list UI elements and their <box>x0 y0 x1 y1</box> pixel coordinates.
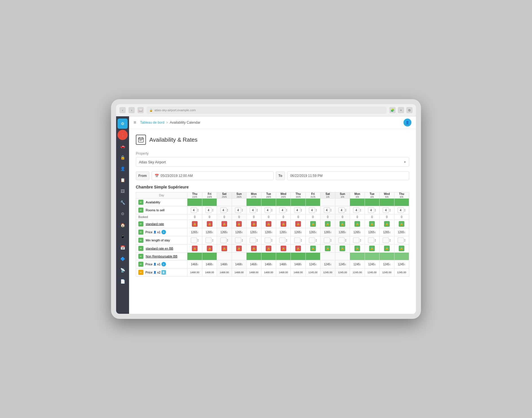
srbb-lock-4[interactable]: 🔒 <box>251 246 257 251</box>
srbb-lock-12[interactable]: 🔒 <box>369 246 375 251</box>
p2-10: 1245↕ <box>335 260 350 268</box>
sidebar-item-calendar[interactable]: 📅 <box>118 243 128 253</box>
sidebar-item-home[interactable]: 🏠 <box>118 220 128 230</box>
p1-13: 1265↕ <box>380 228 394 236</box>
sidebar-item-reports[interactable]: 📋 <box>118 175 128 185</box>
srbb-lock-13[interactable]: 🔒 <box>384 246 390 251</box>
address-bar[interactable]: 🔒 atlas-sky-airport.example.com <box>147 106 387 114</box>
ms-12: ▲▼ <box>365 236 379 244</box>
srbb-lock-7[interactable]: 🔒 <box>295 246 301 251</box>
rooms-cell-14: 4▲▼ <box>394 206 409 214</box>
lock-icon-8[interactable]: 🔒 <box>310 221 316 227</box>
rooms-edit-btn[interactable]: ✏ <box>138 208 143 213</box>
price1-add-btn[interactable]: + <box>161 230 166 234</box>
standard-rate-label-text[interactable]: standard rate <box>146 222 164 226</box>
user-avatar[interactable]: 👤 <box>404 119 411 126</box>
extensions-button[interactable]: 🧩 <box>389 107 396 113</box>
lock-icon-11[interactable]: 🔒 <box>354 221 360 227</box>
back-button[interactable]: ‹ <box>119 107 126 113</box>
lock-icon-7[interactable]: 🔒 <box>295 221 301 227</box>
avail-8 <box>305 199 320 206</box>
from-date-value: 05/23/2019 12:00 AM <box>161 174 193 178</box>
nr-1 <box>202 253 217 260</box>
sr-bb-label-text[interactable]: standard rate en BB <box>146 247 173 250</box>
srbb-lock-6[interactable]: 🔒 <box>281 246 286 251</box>
to-date-value: 06/22/2019 11:59 PM <box>290 174 323 178</box>
p1-12: 1265↕ <box>365 228 379 236</box>
rooms-cell-5: 4▲▼ <box>261 206 276 214</box>
lock-icon-6[interactable]: 🔒 <box>281 221 286 227</box>
non-remb-edit-btn[interactable]: ✏ <box>138 254 143 259</box>
breadcrumb-home-link[interactable]: Tableau de bord <box>140 121 164 124</box>
sidebar-item-signal[interactable]: 📡 <box>118 265 128 275</box>
srbb-lock-11[interactable]: 🔒 <box>354 246 360 251</box>
sr-1: 🔒 <box>202 220 217 228</box>
property-section: Property Atlas Sky Airport <box>136 152 409 167</box>
srbb-lock-14[interactable]: 🔒 <box>399 246 404 251</box>
sidebar-item-gallery[interactable]: 🖼 <box>118 186 128 196</box>
srbb-lock-3[interactable]: 🔒 <box>236 246 242 251</box>
bookmarks-icon[interactable]: 📖 <box>138 107 144 113</box>
lock-icon-14[interactable]: 🔒 <box>399 221 404 227</box>
srbb-lock-0[interactable]: 🔒 <box>192 246 198 251</box>
avail-12 <box>365 199 379 206</box>
srbb-lock-9[interactable]: 🔒 <box>325 246 331 251</box>
lock-icon-0[interactable]: 🔒 <box>192 221 198 227</box>
p2-5: 1468↕ <box>261 260 276 268</box>
sidebar-item-mobile[interactable]: 📱 <box>118 231 128 241</box>
sidebar-item-tools[interactable]: 🔧 <box>118 197 128 208</box>
lock-icon-4[interactable]: 🔒 <box>251 221 257 227</box>
tabs-button[interactable]: ⧉ <box>406 107 413 113</box>
availability-row: ✏ Availability <box>136 199 409 206</box>
sidebar-item-settings[interactable]: ⚙ <box>118 119 128 129</box>
new-tab-button[interactable]: + <box>398 107 404 113</box>
sidebar-item-security[interactable]: 🔒 <box>118 152 128 163</box>
p1-9: 1265↕ <box>320 228 335 236</box>
srbb-lock-1[interactable]: 🔒 <box>207 246 212 251</box>
sidebar-item-config[interactable]: ⚙ <box>118 209 128 219</box>
lock-icon-1[interactable]: 🔒 <box>207 221 212 227</box>
property-label: Property <box>136 152 409 155</box>
avail-11 <box>350 199 365 206</box>
srbb-lock-10[interactable]: 🔒 <box>340 246 345 251</box>
srbb-12: 🔒 <box>365 244 379 253</box>
to-date-field[interactable]: 06/22/2019 11:59 PM <box>287 171 409 180</box>
price2-add-btn[interactable]: + <box>161 262 166 266</box>
booked-3: 0 <box>232 214 246 220</box>
property-select[interactable]: Atlas Sky Airport <box>136 157 409 167</box>
standard-rate-edit-btn[interactable]: ✏ <box>138 221 143 226</box>
min-stay-edit-btn[interactable]: ✏ <box>138 238 143 243</box>
price3-edit-btn[interactable]: ✏ <box>138 270 143 275</box>
sr-bb-edit-btn[interactable]: ✏ <box>138 246 143 251</box>
lock-icon-3[interactable]: 🔒 <box>236 221 242 227</box>
sidebar-item-diamond[interactable]: 🔷 <box>118 254 128 264</box>
sidebar-item-document[interactable]: 📄 <box>118 276 128 286</box>
sidebar-item-transport[interactable]: 🚗 <box>118 141 128 151</box>
p2-14: 1245↕ <box>394 260 409 268</box>
forward-button[interactable]: › <box>128 107 135 113</box>
sidebar-item-location[interactable]: 📍 <box>118 130 128 140</box>
lock-icon-12[interactable]: 🔒 <box>369 221 375 227</box>
price1-edit-btn[interactable]: ✏ <box>138 230 143 235</box>
browser-chrome: ‹ › 📖 🔒 atlas-sky-airport.example.com 🧩 … <box>116 104 416 116</box>
p1-7: 1265↕ <box>291 228 305 236</box>
menu-icon[interactable]: ≡ <box>134 120 136 125</box>
srbb-lock-5[interactable]: 🔒 <box>266 246 271 251</box>
price3-delete-btn[interactable]: 🗑 <box>161 270 166 275</box>
srbb-lock-8[interactable]: 🔒 <box>310 246 316 251</box>
from-date-field[interactable]: 📅 05/23/2019 12:00 AM <box>152 171 274 180</box>
p3-5: 1468.00 <box>261 268 276 277</box>
booked-9: 0 <box>320 214 335 220</box>
lock-icon-9[interactable]: 🔒 <box>325 221 331 227</box>
availability-edit-btn[interactable]: ✏ <box>138 200 143 205</box>
non-remb-label-text[interactable]: Non Remboursable BB <box>146 255 178 258</box>
price2-edit-btn[interactable]: ✏ <box>138 262 143 267</box>
lock-icon-13[interactable]: 🔒 <box>384 221 390 227</box>
booked-11: 0 <box>350 214 365 220</box>
srbb-lock-2[interactable]: 🔒 <box>221 246 227 251</box>
lock-icon-10[interactable]: 🔒 <box>340 221 345 227</box>
sidebar-item-users[interactable]: 👤 <box>118 164 128 174</box>
lock-icon-5[interactable]: 🔒 <box>266 221 271 227</box>
lock-icon-2[interactable]: 🔒 <box>221 221 227 227</box>
avail-14 <box>394 199 409 206</box>
